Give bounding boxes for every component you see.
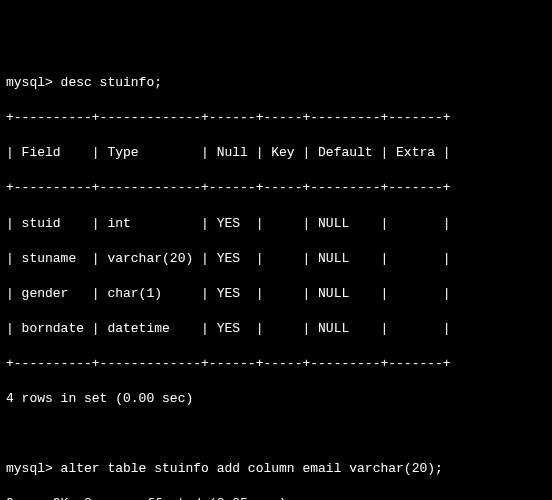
mysql-prompt-2[interactable]: mysql> alter table stuinfo add column em…: [6, 460, 546, 478]
query-result: Query OK, 0 rows affected (0.05 sec): [6, 495, 546, 500]
table-border: +----------+-------------+------+-----+-…: [6, 179, 546, 197]
table-row: | stuname | varchar(20) | YES | | NULL |…: [6, 250, 546, 268]
table-border: +----------+-------------+------+-----+-…: [6, 109, 546, 127]
table-row: | stuid | int | YES | | NULL | |: [6, 215, 546, 233]
mysql-prompt-1[interactable]: mysql> desc stuinfo;: [6, 74, 546, 92]
table-header: | Field | Type | Null | Key | Default | …: [6, 144, 546, 162]
result-footer: 4 rows in set (0.00 sec): [6, 390, 546, 408]
blank-line: [6, 425, 546, 443]
table-row: | gender | char(1) | YES | | NULL | |: [6, 285, 546, 303]
table-border: +----------+-------------+------+-----+-…: [6, 355, 546, 373]
table-row: | borndate | datetime | YES | | NULL | |: [6, 320, 546, 338]
